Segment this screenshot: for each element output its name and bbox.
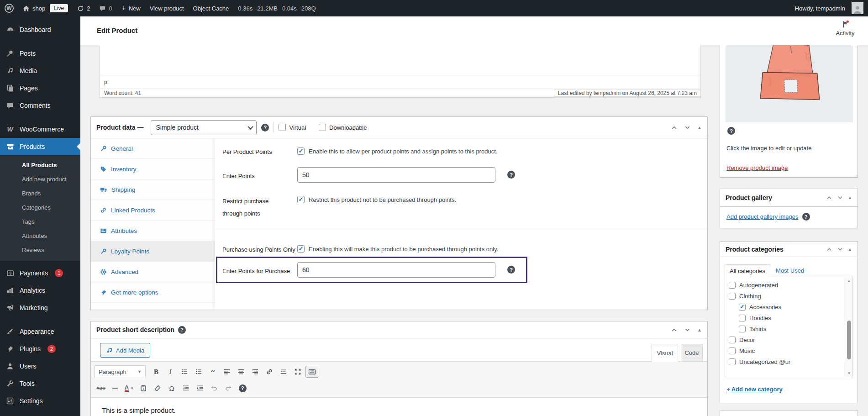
toggle-panel-icon[interactable]: ▲ — [848, 247, 852, 252]
indent-button[interactable] — [194, 382, 206, 394]
sidebar-item-dashboard[interactable]: Dashboard — [0, 21, 80, 38]
comments-menu[interactable]: 0 — [95, 0, 116, 16]
sidebar-item-users[interactable]: Users — [0, 358, 80, 375]
sidebar-item-comments[interactable]: Comments — [0, 97, 80, 114]
toggle-panel-icon[interactable]: ▲ — [848, 195, 852, 200]
sidebar-item-posts[interactable]: Posts — [0, 45, 80, 62]
paste-as-text-button[interactable]: T — [137, 382, 150, 394]
sidebar-item-tags[interactable]: Tags — [0, 215, 80, 229]
tab-most-used[interactable]: Most Used — [770, 264, 810, 277]
move-up-icon[interactable] — [826, 246, 832, 253]
undo-button[interactable] — [208, 382, 221, 394]
sidebar-item-appearance[interactable]: Appearance — [0, 323, 80, 340]
sidebar-item-plugins[interactable]: Plugins 2 — [0, 340, 80, 358]
special-character-button[interactable]: Ω — [165, 382, 178, 394]
tab-general[interactable]: General — [91, 138, 215, 159]
short-description-content[interactable]: This is a simple product. — [91, 398, 707, 416]
tab-code[interactable]: Code — [681, 344, 703, 362]
category-music[interactable]: Music — [729, 345, 842, 356]
tab-visual[interactable]: Visual — [652, 344, 678, 362]
move-down-icon[interactable] — [684, 124, 691, 131]
clear-formatting-button[interactable] — [151, 382, 164, 394]
sidebar-item-settings[interactable]: Settings — [0, 392, 80, 410]
text-color-button[interactable]: A▼ — [123, 382, 136, 394]
sidebar-item-all-products[interactable]: All Products — [0, 158, 80, 172]
sidebar-item-categories[interactable]: Categories — [0, 200, 80, 215]
sidebar-item-payments[interactable]: $ Payments 1 — [0, 264, 80, 282]
toggle-panel-icon[interactable]: ▲ — [697, 327, 702, 332]
fullscreen-button[interactable] — [291, 366, 304, 378]
numbered-list-button[interactable] — [192, 366, 205, 378]
sidebar-item-attributes[interactable]: Attributes — [0, 229, 80, 243]
move-up-icon[interactable] — [671, 326, 678, 333]
scroll-down-icon[interactable]: ▼ — [845, 369, 853, 377]
featured-image-help-icon[interactable]: ? — [727, 127, 735, 135]
paragraph-format-select[interactable]: Paragraph ▼ — [95, 365, 146, 378]
strikethrough-button[interactable]: ABC — [95, 382, 107, 394]
view-product-link[interactable]: View product — [145, 0, 189, 16]
outdent-button[interactable] — [179, 382, 192, 394]
enter-points-purchase-input[interactable] — [297, 262, 495, 278]
bold-button[interactable]: B — [150, 366, 163, 378]
restrict-purchase-checkbox[interactable] — [297, 196, 305, 203]
downloadable-checkbox-box[interactable] — [319, 124, 326, 131]
wordpress-logo-icon[interactable]: W — [0, 0, 18, 16]
category-autogenerated[interactable]: Autogenerated — [729, 279, 842, 290]
gallery-help-icon[interactable]: ? — [802, 213, 810, 221]
tab-loyalty-points[interactable]: Loyalty Points — [91, 241, 215, 262]
sidebar-item-reviews[interactable]: Reviews — [0, 243, 80, 257]
blockquote-button[interactable]: “ — [206, 366, 219, 378]
bullet-list-button[interactable] — [178, 366, 191, 378]
move-up-icon[interactable] — [826, 195, 832, 201]
editor-content-area[interactable] — [100, 45, 700, 75]
enter-points-help-icon[interactable]: ? — [507, 171, 515, 179]
sidebar-item-add-new-product[interactable]: Add new product — [0, 172, 80, 186]
account-menu[interactable]: Howdy, tempadmin — [790, 0, 868, 16]
align-center-button[interactable] — [235, 366, 247, 378]
sidebar-item-analytics[interactable]: Analytics — [0, 282, 80, 299]
downloadable-checkbox[interactable]: Downloadable — [319, 124, 367, 131]
enter-points-purchase-help-icon[interactable]: ? — [507, 266, 515, 274]
move-down-icon[interactable] — [684, 326, 691, 333]
help-button[interactable]: ? — [236, 382, 249, 394]
tab-all-categories[interactable]: All categories — [725, 264, 770, 277]
virtual-checkbox-box[interactable] — [279, 124, 286, 131]
add-new-category-link[interactable]: + Add new category — [726, 386, 783, 393]
toolbar-toggle-button[interactable] — [305, 366, 318, 378]
scrollbar-thumb[interactable] — [847, 321, 851, 359]
category-accessories[interactable]: Accessories — [729, 301, 842, 312]
editor-element-path[interactable]: p — [100, 75, 700, 89]
remove-product-image-link[interactable]: Remove product image — [726, 164, 788, 171]
category-decor[interactable]: Decor — [729, 334, 842, 345]
purchase-points-only-checkbox[interactable] — [297, 245, 305, 253]
align-left-button[interactable] — [221, 366, 233, 378]
category-uncategorized[interactable]: Uncategorized @ur — [729, 356, 842, 367]
virtual-checkbox[interactable]: Virtual — [279, 124, 306, 131]
product-type-select[interactable]: Simple product — [151, 120, 257, 135]
redo-button[interactable] — [222, 382, 235, 394]
add-gallery-images-link[interactable]: Add product gallery images — [726, 213, 799, 220]
category-tshirts[interactable]: Tshirts — [729, 323, 842, 334]
updates-menu[interactable]: 2 — [73, 0, 95, 16]
italic-button[interactable]: I — [164, 366, 177, 378]
more-tag-button[interactable] — [277, 366, 290, 378]
sidebar-item-pages[interactable]: Pages — [0, 79, 80, 97]
move-down-icon[interactable] — [837, 195, 843, 201]
sidebar-item-brands[interactable]: Brands — [0, 186, 80, 200]
tab-attributes[interactable]: Attributes — [91, 221, 215, 241]
short-description-help-icon[interactable]: ? — [178, 326, 186, 334]
insert-link-button[interactable] — [263, 366, 276, 378]
tab-shipping[interactable]: Shipping — [91, 179, 215, 200]
move-down-icon[interactable] — [837, 246, 843, 253]
sidebar-item-woocommerce[interactable]: W WooCommerce — [0, 121, 80, 138]
sidebar-item-media[interactable]: Media — [0, 62, 80, 79]
tab-advanced[interactable]: Advanced — [91, 262, 215, 282]
new-menu[interactable]: + New — [117, 0, 145, 16]
object-cache-menu[interactable]: Object Cache — [189, 0, 234, 16]
enter-points-input[interactable] — [297, 167, 495, 183]
tab-get-more-options[interactable]: Get more options — [91, 282, 215, 303]
scroll-up-icon[interactable]: ▲ — [845, 277, 853, 284]
sidebar-item-tools[interactable]: Tools — [0, 375, 80, 392]
per-product-points-checkbox[interactable] — [297, 147, 305, 155]
product-type-help-icon[interactable]: ? — [261, 124, 269, 132]
